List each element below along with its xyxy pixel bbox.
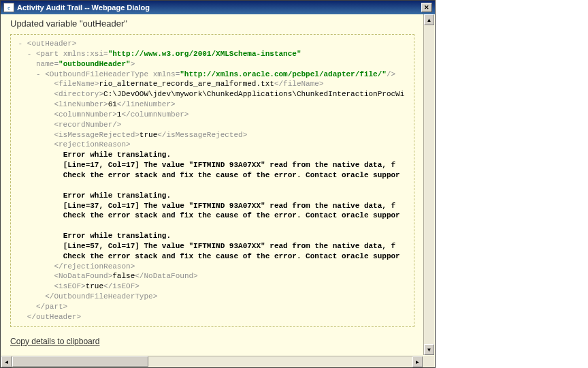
scroll-up-button[interactable]: ▲: [424, 14, 434, 25]
tag-part-close: </part>: [36, 303, 67, 311]
tag-recordnumber: <recordNumber/>: [54, 121, 121, 129]
error-line: Check the error stack and fix the cause …: [63, 252, 400, 260]
error-line: [Line=57, Col=17] The value "IFTMIND 93A…: [63, 242, 395, 250]
val-nodatafound: false: [112, 272, 135, 280]
error-line: Check the error stack and fix the cause …: [63, 211, 400, 219]
attr-file-namespace: "http://xmlns.oracle.com/pcbpel/adapter/…: [180, 70, 387, 78]
scroll-left-button[interactable]: ◄: [1, 356, 12, 367]
vertical-scrollbar[interactable]: ▲ ▼: [423, 14, 434, 355]
error-line: Error while translating.: [63, 191, 171, 200]
content-area: Updated variable "outHeader" - <outHeade…: [2, 14, 423, 355]
tag-ofht-open[interactable]: - <OutboundFileHeaderType: [36, 70, 153, 78]
ie-page-icon: e: [3, 3, 14, 12]
scroll-right-button[interactable]: ►: [412, 356, 423, 367]
val-linenumber: 61: [108, 100, 117, 108]
val-iseof: true: [86, 282, 103, 290]
horizontal-scrollbar[interactable]: ◄ ►: [1, 356, 423, 367]
copy-details-link[interactable]: Copy details to clipboard: [10, 337, 99, 346]
val-directory: C:\JDevOOW\jdev\mywork\ChunkedApplicatio…: [103, 90, 404, 98]
error-line: Error while translating.: [63, 232, 171, 240]
page-heading: Updated variable "outHeader": [10, 18, 414, 29]
tag-outheader-open[interactable]: - <outHeader>: [18, 40, 77, 48]
tag-rejectionreason-close: </rejectionReason>: [54, 262, 135, 271]
titlebar[interactable]: e Activity Audit Trail -- Webpage Dialog…: [1, 1, 435, 14]
scroll-down-button[interactable]: ▼: [424, 344, 434, 355]
val-filename: rio_alternate_records_are_malformed.txt: [99, 80, 274, 88]
error-line: Error while translating.: [63, 151, 171, 159]
close-button[interactable]: ✕: [421, 3, 432, 12]
attr-part-name: "outboundHeader": [59, 60, 131, 68]
tag-ofht-close: </OutboundFileHeaderType>: [45, 292, 157, 301]
error-line: [Line=17, Col=17] The value "IFTMIND 93A…: [63, 161, 395, 169]
error-line: [Line=37, Col=17] The value "IFTMIND 93A…: [63, 202, 395, 210]
val-ismessagerejected: true: [140, 131, 157, 139]
dialog-window: e Activity Audit Trail -- Webpage Dialog…: [0, 0, 436, 368]
attr-xsi-namespace: "http://www.w3.org/2001/XMLSchema-instan…: [108, 50, 301, 58]
xml-tree: - <outHeader> - <part xmlns:xsi="http://…: [10, 34, 414, 327]
tag-part-open[interactable]: - <part: [27, 50, 63, 58]
scroll-corner: [423, 356, 434, 367]
tag-outheader-close: </outHeader>: [27, 313, 81, 321]
scroll-thumb[interactable]: [12, 356, 148, 367]
window-title: Activity Audit Trail -- Webpage Dialog: [17, 3, 421, 12]
tag-rejectionreason-open: <rejectionReason>: [54, 140, 130, 149]
error-line: Check the error stack and fix the cause …: [63, 171, 400, 179]
